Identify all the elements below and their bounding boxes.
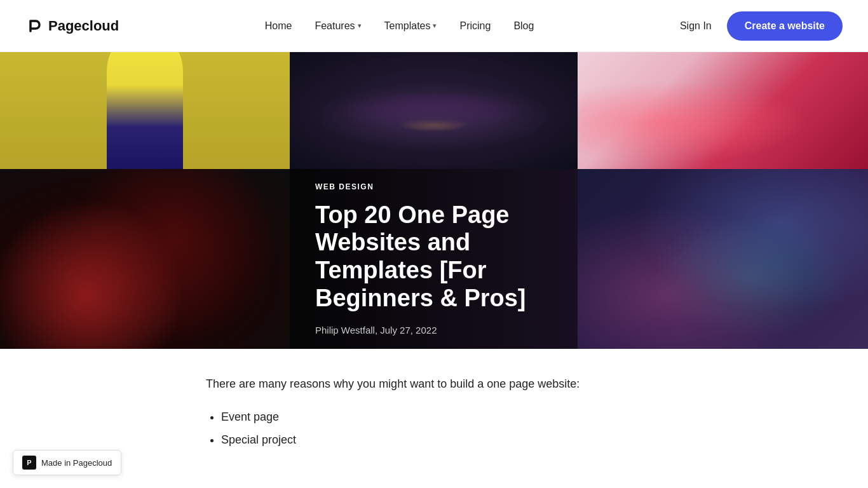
hero-grid: WEB DESIGN Top 20 One Page Websites and … <box>0 52 868 349</box>
create-website-button[interactable]: Create a website <box>727 11 843 41</box>
blog-category: WEB DESIGN <box>315 182 552 191</box>
list-item-event: Event page <box>221 407 662 427</box>
nav-item-home[interactable]: Home <box>265 20 292 32</box>
hero-blog-overlay: WEB DESIGN Top 20 One Page Websites and … <box>290 169 578 349</box>
templates-chevron-icon: ▾ <box>433 22 437 30</box>
hero-image-abstract-right <box>578 169 868 349</box>
bullet-list: Event page Special project <box>206 407 662 451</box>
sign-in-link[interactable]: Sign In <box>680 20 712 32</box>
intro-text: There are many reasons why you might wan… <box>206 374 662 394</box>
hero-image-pink <box>578 52 868 169</box>
blog-author: Philip Westfall, July 27, 2022 <box>315 325 552 336</box>
pagecloud-logo-icon <box>25 17 43 35</box>
nav-item-blog[interactable]: Blog <box>513 20 534 32</box>
hero-image-dark-art <box>0 169 290 349</box>
list-item-special: Special project <box>221 430 662 450</box>
nav-links: Home Features ▾ Templates ▾ Pricing Blog <box>265 20 534 32</box>
nav-link-features[interactable]: Features ▾ <box>315 20 361 32</box>
nav-right: Sign In Create a website <box>680 11 843 41</box>
fashion-figure-bg <box>0 52 290 169</box>
hero-image-fashion <box>0 52 290 169</box>
hero-image-dark-face <box>290 52 578 169</box>
blog-content: WEB DESIGN Top 20 One Page Websites and … <box>290 169 578 349</box>
blog-title: Top 20 One Page Websites and Templates [… <box>315 201 552 313</box>
nav-link-templates[interactable]: Templates ▾ <box>384 20 437 32</box>
svg-rect-0 <box>25 17 43 35</box>
nav-item-templates[interactable]: Templates ▾ <box>384 20 437 32</box>
nav-link-home[interactable]: Home <box>265 20 292 31</box>
pink-bg <box>578 52 868 169</box>
nav-link-pricing[interactable]: Pricing <box>459 20 491 31</box>
nav-item-features[interactable]: Features ▾ <box>315 20 361 32</box>
dark-face-bg <box>290 52 578 169</box>
dark-art-bg <box>0 169 290 349</box>
content-section: There are many reasons why you might wan… <box>0 349 868 471</box>
logo[interactable]: Pagecloud <box>25 17 119 35</box>
badge-logo-icon: P <box>22 456 36 470</box>
nav-link-blog[interactable]: Blog <box>513 20 534 31</box>
nav-item-pricing[interactable]: Pricing <box>459 20 491 32</box>
logo-text: Pagecloud <box>48 18 119 34</box>
made-in-badge[interactable]: P Made in Pagecloud <box>13 450 121 475</box>
navbar: Pagecloud Home Features ▾ Templates ▾ Pr… <box>0 0 868 52</box>
abstract-right-bg <box>578 169 868 349</box>
badge-label: Made in Pagecloud <box>41 458 112 468</box>
features-chevron-icon: ▾ <box>358 22 362 30</box>
